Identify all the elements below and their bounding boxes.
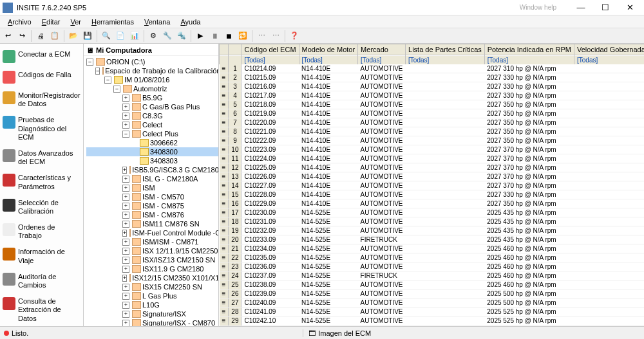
toolbar-button-10[interactable]: 📄 xyxy=(114,30,127,42)
sidebar-item-3[interactable]: Pruebas de Diagnóstico del ECM xyxy=(1,112,82,145)
column-header[interactable]: Código del ECM xyxy=(242,44,299,55)
minimize-button[interactable]: — xyxy=(569,1,592,14)
filter-cell[interactable]: [Todas] xyxy=(299,55,358,64)
table-row[interactable]: ≡8C10221.09N14-410EAUTOMOTIVE2027 350 hp… xyxy=(220,127,645,136)
tree-node[interactable]: −IM 01/08/2016 xyxy=(86,75,218,84)
data-grid[interactable]: Código del ECMModelo de MotorMercadoList… xyxy=(219,44,644,326)
table-row[interactable]: ≡10C10223.09N14-410EAUTOMOTIVE2027 370 h… xyxy=(220,145,645,154)
menu-editar[interactable]: Editar xyxy=(37,17,66,27)
tree-node[interactable]: 3408303 xyxy=(86,156,218,165)
close-button[interactable]: ✕ xyxy=(618,1,641,14)
table-row[interactable]: ≡27C10240.09N14-525EAUTOMOTIVE2025 500 h… xyxy=(220,298,645,307)
table-row[interactable]: ≡26C10239.09N14-525EAUTOMOTIVE2025 500 h… xyxy=(220,289,645,298)
table-row[interactable]: ≡1C10214.09N14-410EAUTOMOTIVE2027 310 hp… xyxy=(220,64,645,73)
row-handle[interactable]: ≡ xyxy=(220,163,229,172)
tree-node[interactable]: +C Gas/B Gas Plus xyxy=(86,102,218,111)
tree-node[interactable]: +ISX12/15 CM2350 X101/X102 xyxy=(86,273,218,282)
toolbar-button-23[interactable]: ⋯ xyxy=(269,30,282,42)
expand-icon[interactable]: + xyxy=(122,212,129,219)
toolbar-button-11[interactable]: 📊 xyxy=(128,30,141,42)
toolbar-button-20[interactable]: 🔁 xyxy=(236,30,249,42)
row-handle[interactable]: ≡ xyxy=(220,244,229,253)
tree-node[interactable]: +ISM xyxy=(86,183,218,192)
row-handle[interactable]: ≡ xyxy=(220,208,229,217)
table-row[interactable]: ≡29C10242.10N14-525EAUTOMOTIVE2025 525 h… xyxy=(220,316,645,325)
table-row[interactable]: ≡4C10217.09N14-410EAUTOMOTIVE2027 330 hp… xyxy=(220,91,645,100)
table-row[interactable]: ≡30C10243.09N14-525EAUTOMOTIVE2025 525 h… xyxy=(220,325,645,327)
tree-node[interactable]: +L10G xyxy=(86,300,218,309)
row-handle[interactable]: ≡ xyxy=(220,109,229,118)
row-handle[interactable]: ≡ xyxy=(220,307,229,316)
toolbar-button-15[interactable]: 🔩 xyxy=(175,30,188,42)
tree-node[interactable]: −ORION (C:\) xyxy=(86,57,218,66)
table-row[interactable]: ≡23C10236.09N14-525EAUTOMOTIVE2025 460 h… xyxy=(220,262,645,271)
sidebar-item-2[interactable]: Monitor/Registrador de Datos xyxy=(1,87,82,112)
tree-node[interactable]: +ISM/ISM - CM871 xyxy=(86,237,218,246)
tree-node[interactable]: +Signature/ISX - CM870 xyxy=(86,318,218,326)
tree-node[interactable]: −Espacio de Trabajo de la Calibración (C… xyxy=(86,66,218,75)
tree-node[interactable]: +ISL G - CM2180A xyxy=(86,174,218,183)
expand-icon[interactable]: + xyxy=(122,167,127,174)
tree-node[interactable]: +ISX15 CM2250 SN xyxy=(86,282,218,291)
row-handle[interactable]: ≡ xyxy=(220,280,229,289)
expand-icon[interactable]: + xyxy=(122,203,129,210)
tree-node[interactable]: +ISB5.9G/ISC8.3 G CM2180 xyxy=(86,165,218,174)
table-row[interactable]: ≡13C10226.09N14-410EAUTOMOTIVE2027 370 h… xyxy=(220,172,645,181)
table-row[interactable]: ≡22C10235.09N14-525EAUTOMOTIVE2025 460 h… xyxy=(220,253,645,262)
column-header[interactable]: Modelo de Motor xyxy=(299,44,358,55)
toolbar-button-3[interactable]: 🖨 xyxy=(34,30,47,42)
toolbar-button-1[interactable]: ↪ xyxy=(15,30,28,42)
expand-icon[interactable]: + xyxy=(122,320,129,327)
toolbar-button-17[interactable]: ▶ xyxy=(194,30,207,42)
collapse-icon[interactable]: − xyxy=(104,77,111,84)
expand-icon[interactable]: + xyxy=(122,176,129,183)
expand-icon[interactable]: + xyxy=(122,293,129,300)
row-handle[interactable]: ≡ xyxy=(220,235,229,244)
grid-panel[interactable]: Código del ECMModelo de MotorMercadoList… xyxy=(219,44,644,326)
row-handle[interactable]: ≡ xyxy=(220,325,229,327)
expand-icon[interactable]: + xyxy=(122,221,129,228)
table-row[interactable]: ≡6C10219.09N14-410EAUTOMOTIVE2027 350 hp… xyxy=(220,109,645,118)
collapse-icon[interactable]: − xyxy=(86,59,93,66)
toolbar-button-6[interactable]: 📂 xyxy=(67,30,80,42)
toolbar-button-14[interactable]: 🔧 xyxy=(161,30,174,42)
sidebar-item-1[interactable]: Códigos de Falla xyxy=(1,67,82,87)
sidebar-item-5[interactable]: Características y Parámetros xyxy=(1,170,82,194)
table-row[interactable]: ≡16C10229.09N14-410EAUTOMOTIVE2027 350 h… xyxy=(220,199,645,208)
collapse-icon[interactable]: − xyxy=(113,86,120,93)
row-handle[interactable]: ≡ xyxy=(220,199,229,208)
tree-node[interactable]: 3096662 xyxy=(86,138,218,147)
tree-node[interactable]: −Automotriz xyxy=(86,84,218,93)
row-handle[interactable]: ≡ xyxy=(220,316,229,325)
tree-node[interactable]: +ISX/ISZ13 CM2150 SN xyxy=(86,255,218,264)
table-row[interactable]: ≡18C10231.09N14-525EAUTOMOTIVE2025 435 h… xyxy=(220,217,645,226)
row-handle[interactable]: ≡ xyxy=(220,271,229,280)
menu-ver[interactable]: Ver xyxy=(65,17,86,27)
toolbar-button-0[interactable]: ↩ xyxy=(1,30,14,42)
filter-cell[interactable]: [Todas] xyxy=(358,55,406,64)
sidebar-item-10[interactable]: Consulta de Extracción de Datos xyxy=(1,293,82,326)
row-handle[interactable]: ≡ xyxy=(220,262,229,271)
sidebar-item-8[interactable]: Información de Viaje xyxy=(1,244,82,268)
menu-herramientas[interactable]: Herramientas xyxy=(86,17,139,27)
toolbar-button-18[interactable]: ⏸ xyxy=(208,30,221,42)
toolbar-button-7[interactable]: 💾 xyxy=(81,30,94,42)
toolbar-button-13[interactable]: ⚙ xyxy=(147,30,160,42)
table-row[interactable]: ≡19C10232.09N14-525EAUTOMOTIVE2025 435 h… xyxy=(220,226,645,235)
tree-node[interactable]: +ISX11.9 G CM2180 xyxy=(86,264,218,273)
tree-node[interactable]: +ISM11 CM876 SN xyxy=(86,219,218,228)
expand-icon[interactable]: + xyxy=(122,239,129,246)
row-handle[interactable]: ≡ xyxy=(220,172,229,181)
table-row[interactable]: ≡28C10241.09N14-525EAUTOMOTIVE2025 525 h… xyxy=(220,307,645,316)
row-handle[interactable]: ≡ xyxy=(220,145,229,154)
table-row[interactable]: ≡21C10234.09N14-525EAUTOMOTIVE2025 460 h… xyxy=(220,244,645,253)
row-handle[interactable]: ≡ xyxy=(220,217,229,226)
row-handle[interactable]: ≡ xyxy=(220,91,229,100)
collapse-icon[interactable]: − xyxy=(95,68,100,75)
expand-icon[interactable]: + xyxy=(122,194,129,201)
expand-icon[interactable]: + xyxy=(122,311,129,318)
expand-icon[interactable]: + xyxy=(122,248,129,255)
collapse-icon[interactable]: − xyxy=(122,131,129,138)
column-header[interactable]: Velocidad Gobernada xyxy=(574,44,644,55)
row-handle[interactable]: ≡ xyxy=(220,73,229,82)
